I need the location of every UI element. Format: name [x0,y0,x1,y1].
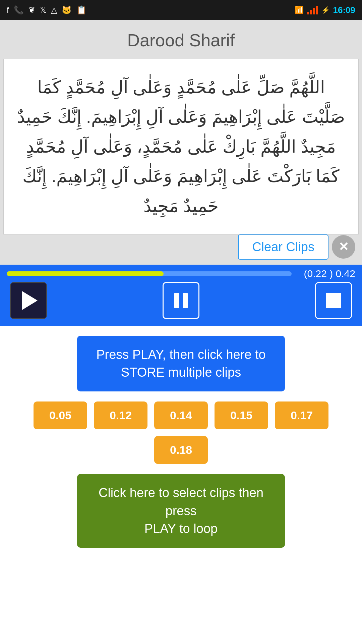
play-button[interactable] [10,282,47,319]
store-button[interactable]: Press PLAY, then click here toSTORE mult… [77,336,285,391]
arabic-text-container: اللَّهُمَّ صَلِّ عَلٰى مُحَمَّدٍ وَعَلٰى… [3,59,359,234]
status-right: 📶 ⚡ 16:09 [295,5,356,15]
clips-grid: 0.05 0.12 0.14 0.15 0.17 0.18 [7,401,355,464]
controls-row [7,282,355,319]
loop-button[interactable]: Click here to select clips then pressPLA… [77,474,285,548]
progress-row: (0.22 ) 0.42 [7,268,355,279]
clip-value-5: 0.17 [291,409,313,422]
stop-button[interactable] [315,282,352,319]
content-area: Press PLAY, then click here toSTORE mult… [0,326,362,644]
signal-bars [307,6,318,14]
clip-value-1: 0.05 [49,409,71,422]
progress-bar-fill [7,271,164,276]
battery-icon: ⚡ [321,6,330,14]
status-icons: f 📞 ❦ 𝕏 △ 🐱 📋 [7,5,86,15]
close-button[interactable]: ✕ [332,235,355,259]
clip-button-6[interactable]: 0.18 [154,436,208,464]
arabic-text: اللَّهُمَّ صَلِّ عَلٰى مُحَمَّدٍ وَعَلٰى… [14,72,348,221]
stop-icon [326,293,341,308]
facebook-icon: f [7,5,9,15]
progress-time: (0.22 ) 0.42 [295,268,355,279]
pause-button[interactable] [163,282,199,319]
twitter-icon: 𝕏 [40,5,46,15]
cat-icon: 🐱 [62,5,72,15]
app-title: Darood Sharif [7,30,355,50]
app-header: Darood Sharif [0,20,362,59]
wifi-icon: 📶 [295,6,304,14]
warning-icon: △ [51,5,57,15]
status-bar: f 📞 ❦ 𝕏 △ 🐱 📋 📶 ⚡ 16:09 [0,0,362,20]
usb-icon: ❦ [28,5,35,15]
clear-clips-button[interactable]: Clear Clips [238,234,328,260]
clip-value-2: 0.12 [110,409,132,422]
pause-icon [174,293,188,308]
play-icon [22,291,38,310]
clip-value-6: 0.18 [170,443,192,456]
clip-button-5[interactable]: 0.17 [275,401,328,429]
clip-value-4: 0.15 [230,409,252,422]
whatsapp-icon: 📞 [14,5,24,15]
clip-value-3: 0.14 [170,409,192,422]
clip-button-4[interactable]: 0.15 [215,401,268,429]
player-area: (0.22 ) 0.42 [0,265,362,326]
clip-button-1[interactable]: 0.05 [34,401,87,429]
close-icon: ✕ [339,240,349,254]
clipboard-icon: 📋 [76,5,86,15]
clip-button-2[interactable]: 0.12 [94,401,147,429]
clear-clips-row: Clear Clips ✕ [0,234,362,265]
clip-button-3[interactable]: 0.14 [154,401,208,429]
progress-bar[interactable] [7,271,292,276]
loop-button-label: Click here to select clips then pressPLA… [99,486,263,535]
time-display: 16:09 [333,5,356,15]
store-button-label: Press PLAY, then click here toSTORE mult… [96,347,266,379]
